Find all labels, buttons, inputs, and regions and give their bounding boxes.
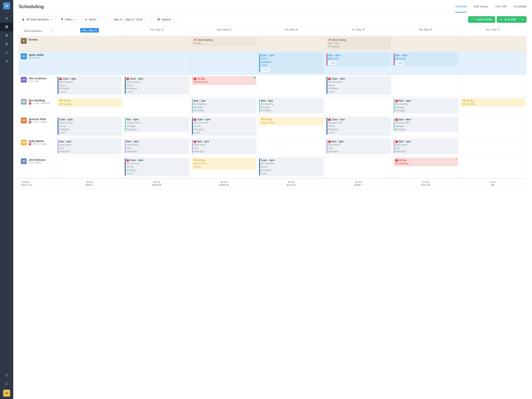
schedule-cell[interactable]: !11am – 2pmSpencer RuleServerBurlingtonL… [190,116,257,137]
date-range-button[interactable]: May 21 – May 27, 2018 [111,16,145,23]
day-header[interactable]: Wed, May 23 [190,26,257,36]
shift-card[interactable]: 11am – 2pmJim EricksonServerBurlingtonLu… [259,157,323,176]
prev-week-button[interactable]: ‹ [105,16,111,23]
nav-logout[interactable] [0,379,13,388]
schedule-cell[interactable] [56,36,123,51]
schedule-cell[interactable] [459,116,526,137]
team-filter-button[interactable]: All Team Members▼ [19,16,55,23]
shift-card[interactable]: !11am – 2pmAlex AndrewsServerBurlingtonL… [57,76,122,95]
row-label[interactable]: SMSally Martin⏱20 hrs / $244 [19,137,56,156]
shift-card[interactable]: !All DayJim Erickson [393,157,458,166]
next-week-button[interactable]: › [145,16,152,23]
schedule-cell[interactable]: 9am – 1pmBen BartlingManagerBurlington [257,97,325,115]
schedule-cell[interactable]: 📌Wine Tasting5pm – 9pm3 Positions [325,36,392,51]
row-label[interactable]: SRSpencer Rule⏱21 hrs / $189 [19,116,56,137]
schedule-cell[interactable] [459,75,526,97]
schedule-cell[interactable]: 11am – 2pmServerBurlingtonLunch1 Slot [257,52,325,75]
day-header[interactable]: Sat, May 26 [392,26,459,36]
schedule-cell[interactable]: 👎All DaySpencer Rule [257,116,325,137]
schedule-cell[interactable]: !9am – 1pmBen BartlingManagerBurlington [392,97,459,115]
schedule-cell[interactable]: 11am – 2pmSpencer RuleServerBurlingtonLu… [56,116,123,137]
app-logo[interactable]: W [3,2,10,9]
day-header[interactable]: Sun, May 27 [459,26,526,36]
schedule-cell[interactable] [459,156,526,178]
shift-card[interactable]: !11am – 2pmSpencer RuleServerBurlingtonL… [326,117,391,136]
schedule-cell[interactable]: !11am – 2pmJim EricksonServerBurlingtonL… [123,156,190,178]
new-shift-button[interactable]: New Shift [497,16,519,23]
schedule-cell[interactable] [459,36,526,51]
schedule-cell[interactable]: !9am – 1pmSally MartinHostBurlington [325,137,392,156]
schedule-cell[interactable]: 3pm – 9pmBartender1 Slot [392,52,459,75]
row-label[interactable]: Open Shifts15 hrs / $0 [19,52,56,75]
schedule-cell[interactable]: !11am – 2pmAlex AndrewsServerBurlingtonL… [123,75,190,97]
nav-chat[interactable] [0,40,13,48]
schedule-cell[interactable]: !11am – 2pmSpencer RuleServerBurlingtonL… [325,116,392,137]
shift-card[interactable]: 👎All DayBen Bartling [57,98,122,107]
schedule-cell[interactable] [257,137,325,156]
shift-card[interactable]: !9am – 1pmSally MartinHostBurlington [393,139,458,154]
schedule-cell[interactable] [56,156,123,178]
team-members-select[interactable]: Team Members▼ [21,28,54,34]
new-shift-dropdown[interactable]: ▼ [519,16,526,23]
schedule-cell[interactable]: !9am – 1pmSally MartinHostBurlington [190,137,257,156]
schedule-cell[interactable] [190,52,257,75]
view-mode-button[interactable]: Week▼ [81,16,102,23]
schedule-cell[interactable]: 3pm – 9pmBartender1 Slot [325,52,392,75]
schedule-cell[interactable]: 9am – 1pmSally MartinHostBurlington [56,137,123,156]
schedule-cell[interactable]: !All DayJim Erickson [392,156,459,178]
tab-availability[interactable]: Availability [514,5,526,13]
schedule-cell[interactable] [392,36,459,51]
schedule-cell[interactable] [325,97,392,115]
shift-card[interactable]: 9am – 1pmSally MartinHostBurlington [124,139,189,154]
schedule-cell[interactable] [257,36,325,51]
day-header[interactable]: Tue, May 22 [123,26,190,36]
tab-shift-swaps[interactable]: Shift Swaps [474,5,488,13]
schedule-cell[interactable] [459,137,526,156]
nav-help[interactable] [0,371,13,379]
schedule-cell[interactable]: 👎All DayBen Bartling [459,97,526,115]
schedule-cell[interactable]: !11am – 2pmAlex AndrewsServerBurlingtonL… [325,75,392,97]
schedule-cell[interactable] [325,156,392,178]
shift-card[interactable]: 11am – 2pmSpencer RuleServerBurlingtonLu… [57,117,122,136]
row-label[interactable]: BBBen Bartling⏱12 hrs / $104.04 [19,97,56,115]
shift-card[interactable]: 9am – 1pmBen BartlingManagerBurlington [259,98,323,113]
schedule-cell[interactable]: !11am – 2pmAlex AndrewsServerBurlingtonL… [56,75,123,97]
shift-card[interactable]: 9am – 1pmBen BartlingManagerBurlington [192,98,256,113]
nav-settings[interactable] [0,57,13,65]
nav-team[interactable] [0,48,13,57]
row-label[interactable]: JEJim Erickson6 hrs / $58.5 [19,156,56,178]
shift-card[interactable]: 📌Team MeetingAll Day [192,37,256,46]
nav-bookmark[interactable] [0,31,13,40]
schedule-cell[interactable]: !3pm – 9pmSpencer RuleManagerBurlington [392,116,459,137]
schedule-cell[interactable]: 👎All DayBen Bartling [56,97,123,115]
shift-card[interactable]: !9am – 1pmBen BartlingManagerBurlington [393,98,458,113]
schedule-cell[interactable]: !All DayAlex Andrews [190,75,257,97]
filters-button[interactable]: Filters▼ [58,16,79,23]
shift-card[interactable]: !9am – 1pmSally MartinHostBurlington [192,139,256,154]
schedule-cell[interactable]: 9am – 1pmBen BartlingManagerBurlington [190,97,257,115]
shift-card[interactable]: !3pm – 9pmSpencer RuleManagerBurlington [393,117,458,132]
shift-card[interactable]: 9am – 3pmSpencer RuleManagerBurlington [124,117,189,132]
shift-card[interactable]: !9am – 1pmSally MartinHostBurlington [326,139,391,154]
schedule-cell[interactable] [257,75,325,97]
schedule-cell[interactable]: 9am – 1pmSally MartinHostBurlington [123,137,190,156]
shift-card[interactable]: 👎All DaySpencer Rule [259,117,323,126]
publish-shifts-button[interactable]: Publish Shifts [468,16,495,23]
options-button[interactable]: Options▼ [154,16,177,23]
schedule-cell[interactable] [123,36,190,51]
schedule-cell[interactable] [123,97,190,115]
day-header[interactable]: Fri, May 25 [325,26,392,36]
shift-card[interactable]: 3pm – 9pmBartender1 Slot [326,53,391,66]
nav-schedule[interactable] [0,23,13,31]
shift-card[interactable]: 📌Wine Tasting5pm – 9pm3 Positions [326,37,391,49]
schedule-cell[interactable] [56,52,123,75]
tab-time-offs[interactable]: Time Offs [495,5,507,13]
shift-card[interactable]: !11am – 2pmAlex AndrewsServerBurlingtonL… [326,76,391,95]
day-header[interactable]: Thu, May 24 [257,26,325,36]
user-avatar[interactable]: JH [3,390,10,397]
schedule-cell[interactable]: 📌Team MeetingAll Day [190,36,257,51]
shift-card[interactable]: !All DayAlex Andrews [192,76,256,85]
schedule-cell[interactable]: 9am – 3pmSpencer RuleManagerBurlington [123,116,190,137]
schedule-cell[interactable]: 11am – 2pmJim EricksonServerBurlingtonLu… [257,156,325,178]
nav-home[interactable] [0,14,13,23]
